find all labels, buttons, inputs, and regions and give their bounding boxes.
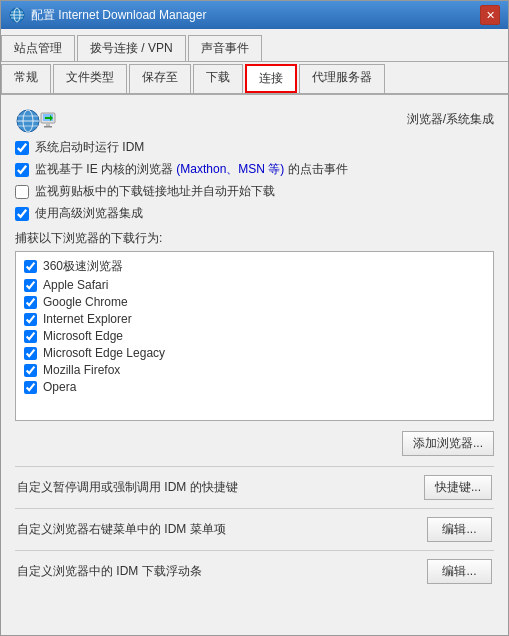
close-button[interactable]: ✕ <box>480 5 500 25</box>
browser-edge-legacy-label: Microsoft Edge Legacy <box>43 346 165 360</box>
highlight-text: (Maxthon、MSN 等) <box>176 162 284 176</box>
monitor-ie-checkbox[interactable] <box>15 163 29 177</box>
tab-download[interactable]: 下载 <box>193 64 243 93</box>
app-icon <box>9 7 25 23</box>
shortcuts-label: 自定义暂停调用或强制调用 IDM 的快捷键 <box>17 479 424 496</box>
window-title: 配置 Internet Download Manager <box>31 7 480 24</box>
svg-rect-12 <box>46 123 50 126</box>
shortcuts-button[interactable]: 快捷键... <box>424 475 492 500</box>
browser-ie-label: Internet Explorer <box>43 312 132 326</box>
content-area: 浏览器/系统集成 系统启动时运行 IDM 监视基于 IE 内核的浏览器 (Max… <box>1 95 508 635</box>
title-bar: 配置 Internet Download Manager ✕ <box>1 1 508 29</box>
browser-edge-label: Microsoft Edge <box>43 329 123 343</box>
svg-rect-13 <box>44 126 52 128</box>
tab-general[interactable]: 常规 <box>1 64 51 93</box>
floating-bar-button[interactable]: 编辑... <box>427 559 492 584</box>
divider-3 <box>15 550 494 551</box>
main-window: 配置 Internet Download Manager ✕ 站点管理 拨号连接… <box>0 0 509 636</box>
browser-firefox-checkbox[interactable] <box>24 364 37 377</box>
browser-item-360: 360极速浏览器 <box>24 258 485 275</box>
tab-filetype[interactable]: 文件类型 <box>53 64 127 93</box>
browser-item-safari: Apple Safari <box>24 278 485 292</box>
action-row-floating-bar: 自定义浏览器中的 IDM 下载浮动条 编辑... <box>15 559 494 584</box>
advanced-integration-checkbox[interactable] <box>15 207 29 221</box>
browser-chrome-checkbox[interactable] <box>24 296 37 309</box>
checkbox-monitor-clipboard: 监视剪贴板中的下载链接地址并自动开始下载 <box>15 183 494 200</box>
tab-dialup[interactable]: 拨号连接 / VPN <box>77 35 186 61</box>
browser-safari-label: Apple Safari <box>43 278 108 292</box>
browser-360-label: 360极速浏览器 <box>43 258 123 275</box>
tab-connect[interactable]: 连接 <box>245 64 297 93</box>
monitor-clipboard-label: 监视剪贴板中的下载链接地址并自动开始下载 <box>35 183 275 200</box>
monitor-ie-label: 监视基于 IE 内核的浏览器 (Maxthon、MSN 等) 的点击事件 <box>35 161 348 178</box>
tabs-row1: 站点管理 拨号连接 / VPN 声音事件 <box>1 29 508 62</box>
icon-row: 浏览器/系统集成 <box>15 105 494 133</box>
autostart-label: 系统启动时运行 IDM <box>35 139 144 156</box>
browser-integration-label: 浏览器/系统集成 <box>407 111 494 128</box>
browser-opera-label: Opera <box>43 380 76 394</box>
browser-item-firefox: Mozilla Firefox <box>24 363 485 377</box>
advanced-integration-label: 使用高级浏览器集成 <box>35 205 143 222</box>
add-browser-button[interactable]: 添加浏览器... <box>402 431 494 456</box>
browser-firefox-label: Mozilla Firefox <box>43 363 120 377</box>
action-row-context-menu: 自定义浏览器右键菜单中的 IDM 菜单项 编辑... <box>15 517 494 542</box>
browser-item-edge-legacy: Microsoft Edge Legacy <box>24 346 485 360</box>
tabs-row2: 常规 文件类型 保存至 下载 连接 代理服务器 <box>1 62 508 95</box>
tab-sound[interactable]: 声音事件 <box>188 35 262 61</box>
context-menu-button[interactable]: 编辑... <box>427 517 492 542</box>
action-row-shortcuts: 自定义暂停调用或强制调用 IDM 的快捷键 快捷键... <box>15 475 494 500</box>
browser-chrome-label: Google Chrome <box>43 295 128 309</box>
divider-1 <box>15 466 494 467</box>
divider-2 <box>15 508 494 509</box>
tab-saveto[interactable]: 保存至 <box>129 64 191 93</box>
monitor-clipboard-checkbox[interactable] <box>15 185 29 199</box>
checkbox-autostart: 系统启动时运行 IDM <box>15 139 494 156</box>
tab-station[interactable]: 站点管理 <box>1 35 75 61</box>
tab-proxy[interactable]: 代理服务器 <box>299 64 385 93</box>
autostart-checkbox[interactable] <box>15 141 29 155</box>
browser-item-ie: Internet Explorer <box>24 312 485 326</box>
idm-icon <box>15 105 51 133</box>
browser-360-checkbox[interactable] <box>24 260 37 273</box>
browser-safari-checkbox[interactable] <box>24 279 37 292</box>
browser-item-opera: Opera <box>24 380 485 394</box>
checkbox-advanced: 使用高级浏览器集成 <box>15 205 494 222</box>
browser-section-label: 捕获以下浏览器的下载行为: <box>15 230 494 247</box>
floating-bar-label: 自定义浏览器中的 IDM 下载浮动条 <box>17 563 427 580</box>
browser-opera-checkbox[interactable] <box>24 381 37 394</box>
context-menu-label: 自定义浏览器右键菜单中的 IDM 菜单项 <box>17 521 427 538</box>
browser-edge-checkbox[interactable] <box>24 330 37 343</box>
browser-ie-checkbox[interactable] <box>24 313 37 326</box>
checkbox-monitor-ie: 监视基于 IE 内核的浏览器 (Maxthon、MSN 等) 的点击事件 <box>15 161 494 178</box>
browser-list-box[interactable]: 360极速浏览器 Apple Safari Google Chrome Inte… <box>15 251 494 421</box>
browser-item-edge: Microsoft Edge <box>24 329 485 343</box>
browser-edge-legacy-checkbox[interactable] <box>24 347 37 360</box>
browser-item-chrome: Google Chrome <box>24 295 485 309</box>
add-browser-row: 添加浏览器... <box>15 431 494 456</box>
